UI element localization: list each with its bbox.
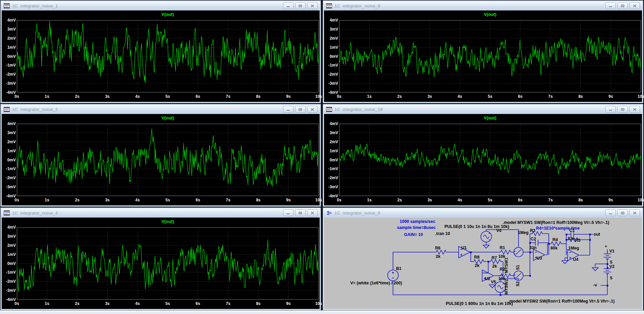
waveform-view[interactable]: V(out)4mV3mV2mV1mV0mV-1mV-2mV-3mV-4mV0s1… (2, 114, 320, 205)
close-button[interactable] (630, 106, 640, 113)
restore-button[interactable] (617, 2, 628, 9)
waveform-icon (326, 3, 332, 8)
y-axis-tick-label: -4mV (2, 194, 16, 198)
schematic-label[interactable]: V1 (609, 249, 614, 253)
x-axis-tick-label: 5s (162, 94, 174, 99)
close-button[interactable] (307, 209, 318, 216)
minimize-button[interactable] (605, 209, 616, 216)
schematic-label[interactable]: R1 (500, 246, 505, 250)
schematic-label[interactable]: MYSW2 (504, 279, 509, 295)
schematic-label[interactable]: 33n (529, 246, 537, 250)
schematic-label[interactable]: MYSW1 (504, 258, 509, 273)
restore-button[interactable] (617, 209, 628, 216)
y-axis-tick-label: -3mV (2, 185, 16, 189)
schematic-label[interactable]: 1Meg (568, 246, 579, 250)
schematic-label[interactable]: R4 (552, 238, 558, 242)
close-button[interactable] (307, 2, 318, 9)
close-button[interactable] (630, 209, 640, 216)
grid-lines (17, 124, 319, 196)
minimize-button[interactable] (283, 106, 293, 113)
schematic-label[interactable]: U3 (537, 256, 542, 261)
schematic-label[interactable]: C2 (531, 237, 536, 241)
waveform-plot-area[interactable] (17, 124, 319, 196)
x-axis-tick-label: 8s (575, 94, 586, 99)
schematic-label[interactable]: V5 (491, 280, 496, 284)
schematic-label[interactable]: R6 (435, 246, 440, 250)
schematic-label[interactable]: S2 (516, 281, 520, 286)
schematic-label[interactable]: S1 (516, 265, 520, 270)
schematic-label[interactable]: R8 (474, 255, 479, 260)
titlebar[interactable]: 1C integrator_noise_4 (1, 208, 320, 217)
plot-border (17, 228, 319, 300)
schematic-label[interactable]: R3 (530, 229, 535, 233)
titlebar[interactable]: 1C integrator_noise_16 (324, 105, 642, 114)
schematic-label[interactable]: .model MYSW1 SW(Ron=1 Roff=100Meg Vt=.5 … (503, 221, 609, 225)
schematic-label[interactable]: 2k (436, 254, 440, 259)
schematic-label[interactable]: U4 (573, 258, 578, 262)
close-button[interactable] (307, 106, 318, 113)
schematic-label[interactable]: + (605, 244, 607, 249)
restore-button[interactable] (295, 2, 306, 9)
schematic-canvas[interactable] (324, 218, 642, 309)
waveform-plot-area[interactable] (339, 20, 641, 92)
schematic-view[interactable]: 1000 samples/secsample time=8usecGAIN= 1… (324, 218, 642, 309)
waveform-plot-area[interactable] (339, 124, 641, 196)
schematic-label[interactable]: out (594, 232, 600, 237)
y-axis-tick-label: -2mV (325, 176, 338, 180)
schematic-label[interactable]: V2 (609, 265, 614, 269)
schematic-label[interactable]: U1 (461, 246, 467, 250)
restore-button[interactable] (295, 106, 306, 113)
titlebar[interactable]: 1C integrator_noise_2 (1, 105, 320, 114)
waveform-view[interactable]: V(out)4mV3mV2mV1mV0mV-1mV-2mV-3mV-4mV0s1… (2, 10, 320, 102)
minimize-button[interactable] (283, 209, 293, 216)
waveform-view[interactable]: V(out)4mV3mV2mV1mV0mV-1mV-2mV-3mV-4mV0s1… (2, 218, 320, 309)
titlebar[interactable]: 1C integrator_noise_8 (324, 208, 642, 217)
waveform-icon (326, 107, 332, 112)
y-axis-tick-label: -1mV (2, 167, 16, 171)
schematic-label[interactable]: C1 (569, 228, 575, 233)
schematic-label[interactable]: 33n (568, 237, 575, 241)
schematic-label[interactable]: 5 (610, 276, 612, 280)
schematic-label[interactable]: .model MYSW2 SW(Ron=1 Roff=100Meg Vt=.5 … (508, 299, 615, 304)
trace-name-label[interactable]: V(out) (17, 12, 319, 17)
schematic-comment[interactable]: sample time=8usec (397, 226, 436, 230)
schematic-label[interactable]: 80k (550, 246, 558, 250)
y-axis-tick-label: 4mV (325, 18, 338, 22)
titlebar[interactable]: 1C integrator_noise_8 (324, 1, 642, 10)
schematic-label[interactable]: 2k (475, 264, 479, 268)
schematic-comment[interactable]: 1000 samples/sec (400, 220, 435, 224)
minimize-button[interactable] (605, 106, 616, 113)
schematic-label[interactable]: 2k (492, 264, 497, 269)
x-axis-tick-label: 10s (635, 94, 644, 99)
schematic-label[interactable]: .tran 10 (435, 232, 450, 236)
waveform-plot-area[interactable] (17, 227, 319, 300)
schematic-label[interactable]: PULSE(0 1 800u 1n 1n 8u 1m 10k) (446, 302, 513, 306)
x-axis-tick-label: 2s (394, 198, 405, 202)
schematic-label[interactable]: U2 (485, 277, 490, 281)
schematic-comment[interactable]: GAIN= 10 (404, 233, 423, 237)
schematic-label[interactable]: V4 (496, 229, 501, 233)
waveform-view[interactable]: V(out)4mV3mV2mV1mV0mV-1mV-2mV-3mV-4mV0s1… (324, 114, 642, 205)
x-axis-tick-label: 5s (485, 198, 496, 202)
minimize-button[interactable] (605, 2, 616, 9)
schematic-label[interactable]: 1Meg (518, 231, 529, 235)
trace-name-label[interactable]: V(out) (17, 115, 319, 120)
trace-name-label[interactable]: V(out) (17, 219, 319, 224)
window-controls (605, 209, 641, 216)
trace-name-label[interactable]: V(out) (339, 12, 641, 17)
minimize-button[interactable] (283, 2, 293, 9)
schematic-label[interactable]: R7 (492, 256, 497, 260)
y-axis-tick-label: -4mV (2, 298, 16, 302)
x-axis-tick-label: 9s (283, 94, 294, 99)
close-button[interactable] (630, 2, 640, 9)
restore-button[interactable] (617, 106, 628, 113)
restore-button[interactable] (295, 209, 306, 216)
waveform-view[interactable]: V(out)4mV3mV2mV1mV0mV-1mV-2mV-3mV-4mV0s1… (324, 10, 642, 102)
schematic-label[interactable]: R5 (575, 238, 580, 243)
trace-name-label[interactable]: V(out) (339, 115, 641, 120)
schematic-label[interactable]: V= (white (1e6*time) / 200) (350, 281, 402, 285)
schematic-label[interactable]: B1 (396, 267, 401, 271)
titlebar[interactable]: 1C integrator_noise_1 (1, 1, 320, 10)
waveform-plot-area[interactable] (17, 20, 319, 92)
schematic-label[interactable]: -v (593, 283, 597, 287)
